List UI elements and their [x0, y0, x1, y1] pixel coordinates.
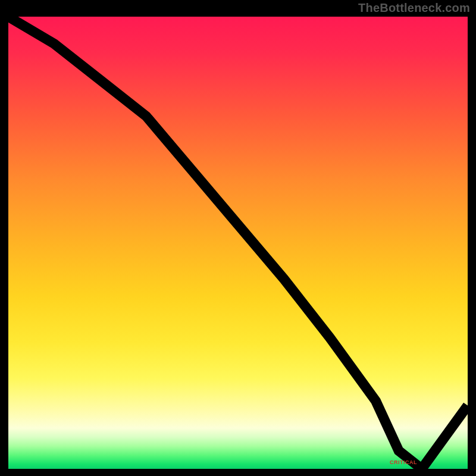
chart-container: TheBottleneck.com CRITICAL	[0, 0, 476, 476]
plot-area: CRITICAL	[8, 17, 468, 469]
bottleneck-curve	[8, 17, 468, 469]
attribution-label: TheBottleneck.com	[358, 1, 470, 15]
critical-marker: CRITICAL	[390, 459, 417, 465]
